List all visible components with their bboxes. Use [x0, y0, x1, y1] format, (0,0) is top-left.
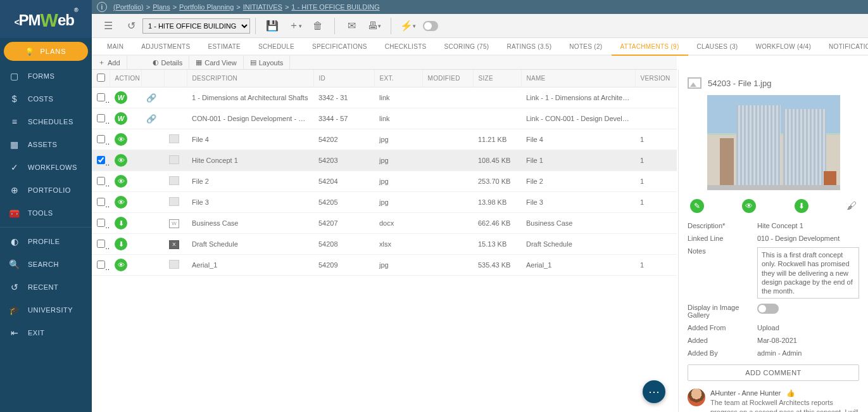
- row-action-icon[interactable]: 👁: [115, 154, 127, 167]
- tab-clauses-[interactable]: CLAUSES (3): [688, 37, 747, 55]
- sidebar-item-recent[interactable]: ↺RECENT: [0, 276, 92, 299]
- tab-estimate[interactable]: ESTIMATE: [199, 37, 249, 55]
- download-action[interactable]: ⬇: [795, 199, 808, 213]
- row-action-icon[interactable]: W: [115, 112, 127, 125]
- details-toggle[interactable]: ◐Details: [146, 56, 190, 70]
- sidebar-item-costs[interactable]: $COSTS: [0, 87, 92, 110]
- row-checkbox[interactable]: [97, 240, 105, 248]
- sidebar-item-search[interactable]: 🔍SEARCH: [0, 253, 92, 276]
- description-value[interactable]: Hite Concept 1: [757, 222, 859, 229]
- toolbar-toggle[interactable]: [423, 18, 438, 34]
- tab-attachments-[interactable]: ATTACHMENTS (9): [612, 38, 688, 56]
- cell-modified: [422, 213, 473, 234]
- brush-icon[interactable]: 🖌: [846, 200, 857, 212]
- col-size[interactable]: SIZE: [473, 70, 521, 87]
- row-checkbox[interactable]: [97, 135, 105, 143]
- sidebar-item-university[interactable]: 🎓UNIVERSITY: [0, 299, 92, 321]
- tab-workflow-[interactable]: WORKFLOW (4/4): [747, 37, 821, 55]
- breadcrumb-plans[interactable]: Plans: [153, 3, 170, 11]
- col-action[interactable]: ACTION: [110, 70, 141, 87]
- sidebar-item-exit[interactable]: ⇤EXIT: [0, 321, 92, 344]
- record-select[interactable]: 1 - HITE OFFICE BUILDING: [142, 18, 250, 34]
- sidebar-item-profile[interactable]: ◐PROFILE: [0, 230, 92, 253]
- row-checkbox[interactable]: [97, 93, 105, 101]
- breadcrumb-record[interactable]: 1 - HITE OFFICE BUILDING: [291, 3, 379, 11]
- add-comment-button[interactable]: ADD COMMENT: [688, 364, 859, 381]
- gallery-toggle[interactable]: [757, 304, 779, 314]
- print-icon[interactable]: 🖶▾: [367, 18, 382, 34]
- col-name[interactable]: NAME: [521, 70, 635, 87]
- row-action-icon[interactable]: 👁: [115, 175, 127, 188]
- tab-schedule[interactable]: SCHEDULE: [249, 37, 303, 55]
- add-button[interactable]: ＋Add: [92, 56, 127, 70]
- view-action[interactable]: 👁: [742, 199, 756, 213]
- col-description[interactable]: DESCRIPTION: [187, 70, 313, 87]
- sidebar-icon: ≡: [9, 117, 20, 127]
- row-action-icon[interactable]: ⬇: [115, 217, 127, 229]
- xls-icon: X: [169, 240, 179, 249]
- more-actions-fab[interactable]: ⋯: [643, 380, 665, 403]
- sidebar-plans-pill[interactable]: 💡 PLANS: [4, 42, 88, 61]
- info-icon[interactable]: i: [97, 2, 107, 12]
- tab-notes-[interactable]: NOTES (2): [560, 37, 611, 55]
- row-checkbox[interactable]: [97, 198, 105, 206]
- table-row[interactable]: 👁Aerial_154209jpg535.43 KBAerial_11: [92, 255, 677, 276]
- table-row[interactable]: ⬇WBusiness Case54207docx662.46 KBBusines…: [92, 213, 677, 234]
- table-row[interactable]: 👁File 454202jpg11.21 KBFile 41: [92, 129, 677, 150]
- tab-checklists[interactable]: CHECKLISTS: [376, 37, 436, 55]
- sidebar-item-forms[interactable]: ▢FORMS: [0, 65, 92, 87]
- preview-image[interactable]: [707, 95, 840, 190]
- row-checkbox[interactable]: [97, 114, 105, 122]
- table-row[interactable]: 👁File 354205jpg13.98 KBFile 31: [92, 192, 677, 213]
- tab-specifications[interactable]: SPECIFICATIONS: [303, 37, 376, 55]
- delete-icon[interactable]: 🗑: [310, 18, 325, 34]
- breadcrumb-root[interactable]: (Portfolio): [113, 3, 144, 11]
- sidebar-item-assets[interactable]: ▦ASSETS: [0, 133, 92, 156]
- linked-value[interactable]: 010 - Design Development: [757, 235, 859, 242]
- edit-action[interactable]: ✎: [690, 199, 704, 213]
- sidebar-item-portfolio[interactable]: ⊕PORTFOLIO: [0, 179, 92, 202]
- row-checkbox[interactable]: [97, 219, 105, 227]
- col-version[interactable]: VERSION: [635, 70, 677, 87]
- sidebar-item-workflows[interactable]: ✓WORKFLOWS: [0, 156, 92, 179]
- tab-adjustments[interactable]: ADJUSTMENTS: [132, 37, 199, 55]
- select-all-checkbox[interactable]: [97, 74, 105, 82]
- cell-name: Business Case: [521, 213, 635, 234]
- table-row[interactable]: W🔗1 - Dimensions at Architectural Shafts…: [92, 87, 677, 108]
- notes-value[interactable]: This is a first draft concept only. Rock…: [757, 247, 859, 299]
- add-icon[interactable]: ＋▾: [287, 18, 303, 34]
- cardview-button[interactable]: ▦Card View: [189, 56, 244, 70]
- table-row[interactable]: 👁Hite Concept 154203jpg108.45 KBFile 11: [92, 150, 677, 171]
- row-action-icon[interactable]: W: [115, 91, 127, 104]
- bolt-icon[interactable]: ⚡▾: [400, 18, 415, 34]
- col-modified[interactable]: MODIFIED: [422, 70, 473, 87]
- row-checkbox[interactable]: [97, 156, 105, 164]
- layouts-button[interactable]: ▤Layouts: [244, 56, 291, 70]
- col-id[interactable]: ID: [313, 70, 374, 87]
- mail-icon[interactable]: ✉: [344, 18, 359, 34]
- tab-main[interactable]: MAIN: [98, 37, 132, 55]
- breadcrumb-planning[interactable]: Portfolio Planning: [179, 3, 234, 11]
- tab-ratings-[interactable]: RATINGS (3.5): [498, 37, 560, 55]
- row-action-icon[interactable]: 👁: [115, 196, 127, 209]
- logo[interactable]: <PMWeb®: [0, 0, 92, 38]
- table-row[interactable]: 👁File 254204jpg253.70 KBFile 21: [92, 171, 677, 192]
- sidebar-item-tools[interactable]: 🧰TOOLS: [0, 202, 92, 224]
- cell-description: Draft Schedule: [187, 234, 313, 255]
- tab-scoring-[interactable]: SCORING (75): [436, 37, 498, 55]
- row-checkbox[interactable]: [97, 177, 105, 185]
- sidebar-item-schedules[interactable]: ≡SCHEDULES: [0, 110, 92, 133]
- row-action-icon[interactable]: 👁: [115, 259, 127, 271]
- history-icon[interactable]: ↺: [123, 18, 139, 34]
- col-ext[interactable]: EXT.: [374, 70, 422, 87]
- row-action-icon[interactable]: 👁: [115, 133, 127, 146]
- breadcrumb-initiatives[interactable]: INITIATIVES: [243, 3, 282, 11]
- table-row[interactable]: W🔗CON-001 - Design Development - Dimensi…: [92, 108, 677, 129]
- thumb-icon[interactable]: 👍: [786, 389, 795, 397]
- tab-notifications-[interactable]: NOTIFICATIONS (4): [820, 37, 868, 55]
- save-icon[interactable]: 💾: [265, 18, 280, 34]
- list-icon[interactable]: ☰: [101, 18, 116, 34]
- table-row[interactable]: ⬇XDraft Schedule54208xlsx15.13 KBDraft S…: [92, 234, 677, 255]
- row-checkbox[interactable]: [97, 261, 105, 269]
- row-action-icon[interactable]: ⬇: [115, 238, 127, 250]
